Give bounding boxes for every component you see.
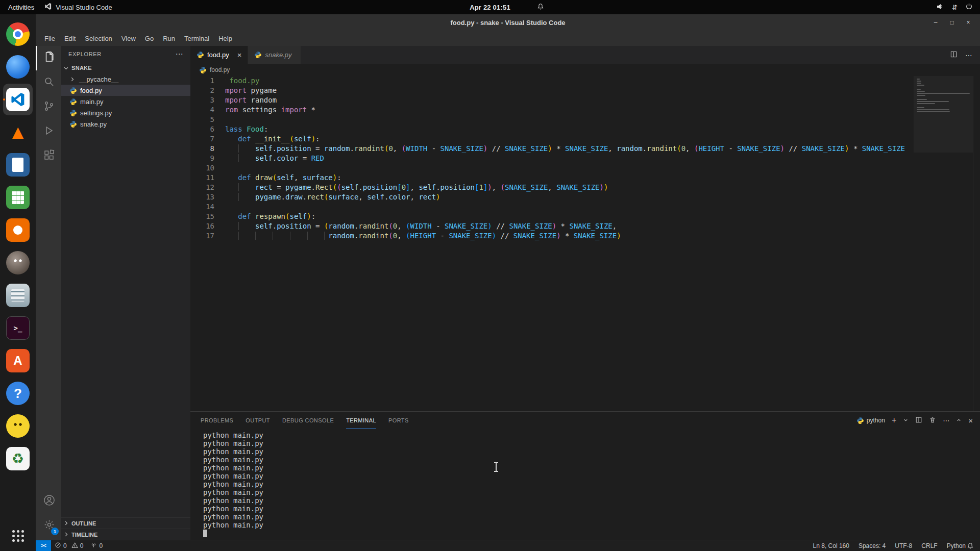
code-line[interactable]: 7 def __init__(self): <box>190 134 914 144</box>
status-language-mode[interactable]: Python <box>947 542 966 549</box>
dock-item-chat[interactable] <box>3 410 33 442</box>
close-panel-icon[interactable]: × <box>968 416 973 425</box>
close-tab-icon[interactable]: × <box>237 51 242 59</box>
remote-indicator[interactable]: >< <box>36 540 51 551</box>
code-line[interactable]: 3import random <box>190 95 914 105</box>
window-restore-button[interactable]: □ <box>945 16 959 29</box>
section-timeline[interactable]: TIMELINE <box>61 529 190 540</box>
panel-more-icon[interactable]: ⋯ <box>943 417 949 424</box>
status-eol[interactable]: CRLF <box>921 542 937 549</box>
activitybar-run-debug[interactable] <box>36 119 61 144</box>
breadcrumb[interactable]: food.py <box>190 64 980 76</box>
explorer-more-actions-icon[interactable]: ⋯ <box>175 49 183 59</box>
code-line[interactable]: 1# food.py <box>190 76 914 86</box>
code-line[interactable]: 9 self.color = RED <box>190 154 914 163</box>
dock-item-terminal[interactable] <box>3 312 33 344</box>
activitybar-source-control[interactable] <box>36 95 61 119</box>
editor-scrollbar[interactable] <box>973 76 980 411</box>
code-line[interactable]: 11 def draw(self, surface): <box>190 173 914 183</box>
activitybar-search[interactable] <box>36 70 61 95</box>
menu-run[interactable]: Run <box>158 33 180 44</box>
dock-item-libreoffice-writer[interactable] <box>3 149 33 181</box>
code-line[interactable]: 15 def respawn(self): <box>190 212 914 221</box>
terminal-profile-caret-icon[interactable] <box>903 417 909 424</box>
status-encoding[interactable]: UTF-8 <box>895 542 912 549</box>
panel-tab-terminal[interactable]: TERMINAL <box>346 412 376 429</box>
activities-button[interactable]: Activities <box>8 4 34 11</box>
file-item-food.py[interactable]: food.py <box>61 85 190 96</box>
maximize-panel-icon[interactable] <box>956 417 962 424</box>
code-line[interactable]: 13 pygame.draw.rect(surface, self.color,… <box>190 192 914 202</box>
code-line[interactable]: 2import pygame <box>190 86 914 95</box>
dock-item-vlc[interactable] <box>3 116 33 148</box>
file-item-snake.py[interactable]: snake.py <box>61 118 190 130</box>
menu-terminal[interactable]: Terminal <box>180 33 214 44</box>
file-item-settings.py[interactable]: settings.py <box>61 107 190 118</box>
panel-tab-ports[interactable]: PORTS <box>388 412 409 429</box>
menu-selection[interactable]: Selection <box>80 33 116 44</box>
minimap[interactable] <box>914 76 973 411</box>
file-item-main.py[interactable]: main.py <box>61 96 190 107</box>
dock-item-help[interactable] <box>3 378 33 409</box>
clock[interactable]: Apr 22 01:51 <box>470 4 510 11</box>
dock-item-libreoffice-calc[interactable] <box>3 182 33 213</box>
activitybar-accounts[interactable] <box>36 489 61 513</box>
code-line[interactable]: 17 random.randint(0, (HEIGHT - SNAKE_SIZ… <box>190 231 914 241</box>
panel-tab-output[interactable]: OUTPUT <box>246 412 270 429</box>
panel-tab-problems[interactable]: PROBLEMS <box>201 412 233 429</box>
dock-item-chrome[interactable] <box>3 18 33 50</box>
dock-item-software-updater[interactable] <box>3 51 33 83</box>
project-section-header[interactable]: SNAKE <box>61 62 190 73</box>
activitybar-settings[interactable]: 1 <box>36 513 61 538</box>
window-minimize-button[interactable]: – <box>929 16 942 29</box>
window-title-bar[interactable]: food.py - snake - Visual Studio Code –□× <box>36 14 980 31</box>
focused-app-indicator[interactable]: Visual Studio Code <box>44 3 112 12</box>
terminal-profile[interactable]: python <box>856 417 885 424</box>
activitybar-extensions[interactable] <box>36 144 61 168</box>
section-outline[interactable]: OUTLINE <box>61 517 190 529</box>
code-editor[interactable]: 1# food.py2import pygame3import random4f… <box>190 76 914 411</box>
dock-item-vscode[interactable] <box>3 84 33 115</box>
code-line[interactable]: 12 rect = pygame.Rect((self.position[0],… <box>190 183 914 192</box>
menu-go[interactable]: Go <box>140 33 158 44</box>
notification-bell-icon[interactable] <box>537 3 544 12</box>
system-tray[interactable]: ⇵ <box>936 3 980 12</box>
code-line[interactable]: 8 self.position = random.randint(0, (WID… <box>190 144 914 154</box>
dock-item-libreoffice-impress[interactable] <box>3 214 33 246</box>
ports-status[interactable]: 0 <box>87 540 106 551</box>
code-line[interactable]: 14 <box>190 202 914 212</box>
split-terminal-icon[interactable] <box>915 416 922 425</box>
show-applications-button[interactable] <box>9 527 27 545</box>
kill-terminal-icon[interactable] <box>929 416 936 425</box>
dock-item-recycle[interactable] <box>3 443 33 474</box>
power-icon <box>965 3 973 12</box>
notifications-bell-icon[interactable] <box>966 540 980 551</box>
menu-file[interactable]: File <box>40 33 60 44</box>
tab-snake.py[interactable]: snake.py <box>248 46 301 64</box>
window-close-button[interactable]: × <box>962 16 975 29</box>
status-cursor-position[interactable]: Ln 8, Col 160 <box>813 542 849 549</box>
dock-item-gimp[interactable] <box>3 247 33 279</box>
code-line[interactable]: 6class Food: <box>190 124 914 134</box>
minimap-slider[interactable] <box>914 76 973 153</box>
dock-item-ubuntu-software[interactable] <box>3 345 33 377</box>
status-indentation[interactable]: Spaces: 4 <box>859 542 886 549</box>
split-editor-icon[interactable] <box>950 51 958 60</box>
more-actions-icon[interactable]: ⋯ <box>965 51 972 59</box>
menu-edit[interactable]: Edit <box>60 33 80 44</box>
dock-item-files[interactable] <box>3 280 33 311</box>
menu-view[interactable]: View <box>117 33 140 44</box>
vscode-app-icon <box>44 3 52 12</box>
activitybar-explorer[interactable] <box>36 46 61 70</box>
panel-tab-debug-console[interactable]: DEBUG CONSOLE <box>282 412 334 429</box>
problems-status[interactable]: 0 0 <box>51 540 87 551</box>
code-line[interactable]: 4from settings import * <box>190 105 914 115</box>
menu-help[interactable]: Help <box>214 33 237 44</box>
terminal-output[interactable]: python main.pypython main.pypython main.… <box>190 429 980 540</box>
tab-food.py[interactable]: food.py× <box>190 46 248 64</box>
new-terminal-icon[interactable]: + <box>892 416 896 425</box>
code-line[interactable]: 16 self.position = (random.randint(0, (W… <box>190 221 914 231</box>
code-line[interactable]: 5 <box>190 115 914 124</box>
code-line[interactable]: 10 <box>190 163 914 173</box>
folder-item-__pycache__[interactable]: __pycache__ <box>61 73 190 85</box>
